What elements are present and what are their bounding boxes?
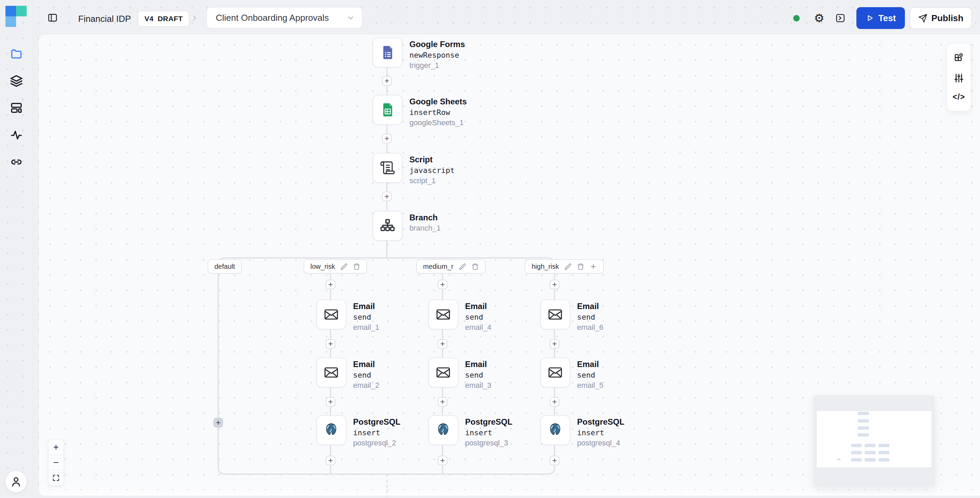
node-title: Branch	[409, 212, 512, 223]
add-step-button[interactable]: +	[382, 76, 392, 86]
add-step-button[interactable]: +	[438, 339, 447, 349]
add-step-button[interactable]: +	[382, 192, 392, 201]
node-branch[interactable]: Branch branch_1	[372, 211, 512, 241]
node-title: Google Sheets	[409, 96, 512, 107]
node-email-5[interactable]: Email send email_5	[540, 357, 679, 390]
postgresql-icon	[323, 422, 339, 438]
email-icon	[547, 365, 563, 380]
add-step-button[interactable]: +	[438, 456, 447, 465]
branch-label-default[interactable]: default	[208, 259, 242, 274]
sidebar-item-connections[interactable]	[10, 155, 23, 168]
sidebar-item-activity[interactable]	[10, 128, 23, 141]
node-postgresql-4[interactable]: PostgreSQL insert postgresql_4	[540, 415, 679, 448]
trash-icon	[353, 263, 360, 270]
delete-branch-button[interactable]	[577, 263, 584, 270]
branch-label-medium-risk[interactable]: medium_r	[416, 259, 485, 274]
add-step-button[interactable]: +	[326, 339, 335, 349]
publish-button[interactable]: Publish	[910, 7, 972, 29]
settings-button[interactable]: ⚙	[812, 11, 826, 25]
delete-branch-button[interactable]	[353, 263, 360, 270]
plus-icon: +	[440, 281, 445, 289]
minimap-node	[858, 433, 869, 436]
panel-left-icon	[48, 13, 58, 23]
node-title: Google Forms	[409, 39, 512, 50]
add-step-button[interactable]: +	[550, 397, 559, 407]
branch-name: default	[215, 263, 235, 271]
node-id: branch_1	[409, 223, 512, 233]
add-step-button[interactable]: +	[326, 397, 335, 407]
plus-icon: +	[385, 192, 389, 201]
edit-branch-button[interactable]	[340, 263, 348, 270]
edit-branch-button[interactable]	[565, 263, 572, 270]
add-step-button[interactable]: +	[550, 280, 559, 289]
node-title: Script	[409, 154, 512, 165]
workflow-selector[interactable]: Client Onboarding Approvals	[206, 7, 363, 29]
delete-branch-button[interactable]	[472, 263, 479, 270]
node-title: PostgreSQL	[577, 417, 679, 427]
minimap-node	[865, 444, 875, 447]
node-action: javascript	[409, 165, 512, 176]
plus-icon: +	[552, 457, 557, 465]
zoom-out-button[interactable]: −	[48, 455, 64, 470]
node-google-sheets[interactable]: Google Sheets insertRow googleSheets_1	[372, 95, 512, 128]
add-step-button[interactable]: +	[550, 456, 559, 465]
test-button[interactable]: Test	[856, 7, 905, 29]
add-branch-button[interactable]	[590, 263, 597, 270]
code-view-button[interactable]: </>	[953, 92, 965, 102]
settings-sliders-button[interactable]	[953, 73, 964, 84]
blocks-icon	[953, 52, 964, 63]
zoom-in-button[interactable]: +	[48, 440, 64, 455]
canvas-bottom-fade	[39, 486, 980, 496]
sidebar-item-projects[interactable]	[10, 48, 23, 60]
add-step-button[interactable]: +	[382, 134, 392, 143]
branch-label-high-risk[interactable]: high_risk	[525, 259, 604, 274]
left-sidebar	[0, 0, 33, 498]
add-step-button[interactable]: +	[438, 397, 447, 407]
console-button[interactable]	[834, 12, 846, 24]
workflow-name: Client Onboarding Approvals	[216, 13, 329, 23]
node-id: email_6	[577, 322, 679, 333]
chevron-right-icon	[191, 14, 199, 22]
header-divider	[70, 13, 70, 24]
version-badge: V4 DRAFT	[138, 11, 189, 27]
activity-icon	[10, 128, 23, 141]
status-indicator-dot	[793, 15, 800, 22]
add-step-default-branch-button[interactable]: +	[213, 418, 223, 427]
canvas-tools-panel: </>	[947, 43, 971, 111]
google-sheets-icon	[380, 102, 395, 118]
sidebar-item-templates[interactable]	[10, 101, 23, 114]
publish-button-label: Publish	[932, 13, 964, 24]
node-title: Email	[577, 301, 679, 312]
project-name: Financial IDP	[78, 14, 131, 24]
user-avatar[interactable]	[5, 471, 27, 492]
layers-icon	[10, 75, 23, 87]
gear-icon: ⚙	[814, 11, 824, 25]
components-button[interactable]	[953, 52, 964, 63]
sidebar-toggle-button[interactable]	[47, 12, 58, 24]
node-id: email_5	[577, 380, 679, 390]
email-icon	[435, 307, 451, 322]
google-forms-icon	[380, 45, 395, 60]
plus-icon: +	[440, 340, 445, 348]
node-google-forms[interactable]: Google Forms newResponse trigger_1	[372, 38, 512, 71]
fit-view-button[interactable]	[48, 470, 64, 485]
node-id: script_1	[409, 176, 512, 186]
add-step-button[interactable]: +	[438, 280, 447, 289]
node-email-6[interactable]: Email send email_6	[540, 300, 679, 333]
edit-branch-button[interactable]	[459, 263, 466, 270]
plus-icon	[590, 263, 597, 270]
minimap-node	[851, 451, 862, 454]
plus-icon: +	[216, 419, 221, 427]
branch-label-low-risk[interactable]: low_risk	[304, 259, 367, 274]
add-step-button[interactable]: +	[550, 339, 559, 349]
add-step-button[interactable]: +	[326, 456, 335, 465]
node-action: insertRow	[409, 107, 512, 118]
plus-icon: +	[53, 442, 59, 453]
trash-icon	[472, 263, 479, 270]
branch-name: medium_r	[423, 263, 453, 271]
add-step-button[interactable]: +	[326, 280, 335, 289]
minimap[interactable]	[813, 395, 935, 486]
sidebar-item-layers[interactable]	[10, 75, 23, 87]
node-script[interactable]: Script javascript script_1	[372, 153, 512, 186]
plus-icon: +	[328, 457, 333, 465]
